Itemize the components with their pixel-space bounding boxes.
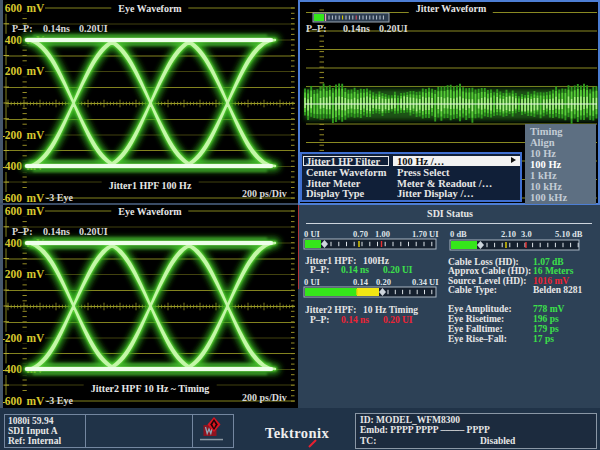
svg-text:–200: –200 bbox=[0, 129, 22, 141]
svg-text:400: 400 bbox=[5, 237, 23, 249]
svg-text:200: 200 bbox=[5, 268, 23, 280]
svg-text:–200: –200 bbox=[0, 332, 22, 344]
svg-text:–600: –600 bbox=[0, 192, 22, 204]
svg-text:600: 600 bbox=[5, 205, 23, 217]
svg-text:mV: mV bbox=[27, 192, 46, 204]
svg-text:mV: mV bbox=[27, 332, 46, 344]
svg-text:–400: –400 bbox=[0, 160, 22, 172]
svg-text:mV: mV bbox=[27, 395, 46, 407]
svg-text:600: 600 bbox=[5, 2, 23, 14]
svg-text:–400: –400 bbox=[0, 363, 22, 375]
svg-text:mV: mV bbox=[27, 205, 46, 217]
svg-text:mV: mV bbox=[27, 65, 46, 77]
svg-text:200: 200 bbox=[5, 65, 23, 77]
svg-text:400: 400 bbox=[5, 34, 23, 46]
svg-text:mV: mV bbox=[27, 268, 46, 280]
svg-text:mV: mV bbox=[27, 2, 46, 14]
svg-text:–600: –600 bbox=[0, 395, 22, 407]
svg-text:mV: mV bbox=[27, 129, 46, 141]
